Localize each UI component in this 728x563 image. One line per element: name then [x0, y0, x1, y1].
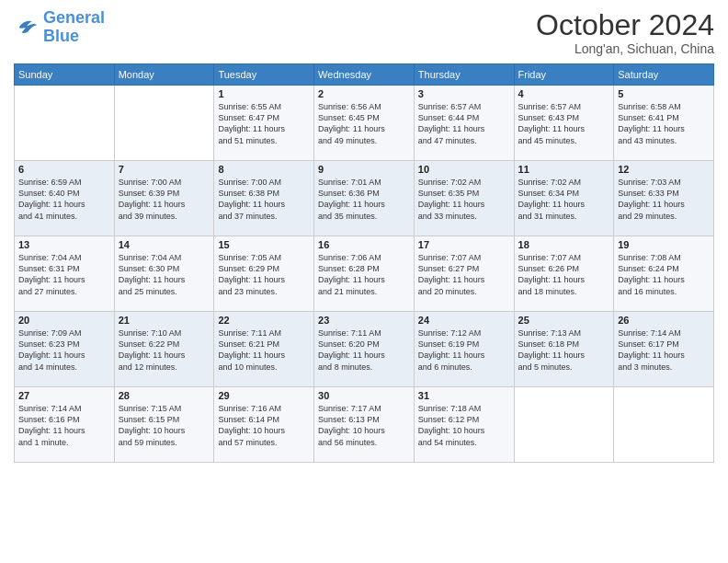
day-number: 2 [318, 88, 410, 99]
logo-icon [14, 15, 40, 40]
calendar-week-3: 20Sunrise: 7:09 AM Sunset: 6:23 PM Dayli… [15, 312, 714, 387]
calendar-cell [15, 86, 115, 161]
day-detail: Sunrise: 7:11 AM Sunset: 6:21 PM Dayligh… [218, 327, 310, 373]
day-detail: Sunrise: 7:12 AM Sunset: 6:19 PM Dayligh… [418, 327, 510, 373]
day-number: 15 [218, 239, 310, 250]
day-number: 6 [18, 164, 110, 175]
calendar-cell: 10Sunrise: 7:02 AM Sunset: 6:35 PM Dayli… [414, 161, 514, 236]
day-detail: Sunrise: 6:57 AM Sunset: 6:44 PM Dayligh… [418, 101, 510, 146]
calendar-cell: 5Sunrise: 6:58 AM Sunset: 6:41 PM Daylig… [614, 86, 714, 161]
calendar-cell: 28Sunrise: 7:15 AM Sunset: 6:15 PM Dayli… [114, 387, 214, 463]
day-number: 19 [618, 239, 710, 250]
calendar-cell: 2Sunrise: 6:56 AM Sunset: 6:45 PM Daylig… [314, 86, 415, 161]
day-detail: Sunrise: 7:14 AM Sunset: 6:17 PM Dayligh… [618, 327, 710, 373]
day-number: 30 [318, 390, 410, 401]
header-wednesday: Wednesday [314, 64, 415, 86]
day-number: 28 [119, 390, 210, 401]
day-detail: Sunrise: 7:14 AM Sunset: 6:16 PM Dayligh… [18, 403, 110, 448]
day-detail: Sunrise: 6:56 AM Sunset: 6:45 PM Dayligh… [318, 101, 410, 146]
calendar-cell: 20Sunrise: 7:09 AM Sunset: 6:23 PM Dayli… [15, 312, 115, 387]
calendar-cell: 16Sunrise: 7:06 AM Sunset: 6:28 PM Dayli… [314, 236, 415, 312]
day-number: 7 [119, 164, 210, 175]
day-detail: Sunrise: 6:57 AM Sunset: 6:43 PM Dayligh… [518, 101, 610, 146]
calendar-cell: 24Sunrise: 7:12 AM Sunset: 6:19 PM Dayli… [414, 312, 514, 387]
calendar-cell: 7Sunrise: 7:00 AM Sunset: 6:39 PM Daylig… [114, 161, 214, 236]
day-number: 31 [418, 390, 510, 401]
title-area: October 2024 Long'an, Sichuan, China [536, 9, 714, 56]
day-number: 21 [119, 315, 210, 326]
day-detail: Sunrise: 7:07 AM Sunset: 6:26 PM Dayligh… [518, 252, 610, 297]
weekday-header-row: Sunday Monday Tuesday Wednesday Thursday… [15, 64, 714, 86]
day-detail: Sunrise: 7:16 AM Sunset: 6:14 PM Dayligh… [218, 403, 310, 448]
day-number: 16 [318, 239, 410, 250]
day-detail: Sunrise: 7:13 AM Sunset: 6:18 PM Dayligh… [518, 327, 610, 373]
day-number: 3 [418, 88, 510, 99]
day-number: 18 [518, 239, 610, 250]
header: General Blue October 2024 Long'an, Sichu… [14, 9, 714, 56]
calendar-cell: 6Sunrise: 6:59 AM Sunset: 6:40 PM Daylig… [15, 161, 115, 236]
day-detail: Sunrise: 7:18 AM Sunset: 6:12 PM Dayligh… [418, 403, 510, 448]
calendar-cell [514, 387, 614, 463]
calendar-cell [614, 387, 714, 463]
day-number: 20 [18, 315, 110, 326]
calendar-cell: 11Sunrise: 7:02 AM Sunset: 6:34 PM Dayli… [514, 161, 614, 236]
calendar-cell: 19Sunrise: 7:08 AM Sunset: 6:24 PM Dayli… [614, 236, 714, 312]
header-tuesday: Tuesday [214, 64, 314, 86]
day-number: 4 [518, 88, 610, 99]
calendar-cell: 21Sunrise: 7:10 AM Sunset: 6:22 PM Dayli… [114, 312, 214, 387]
day-detail: Sunrise: 7:01 AM Sunset: 6:36 PM Dayligh… [318, 177, 410, 222]
header-thursday: Thursday [414, 64, 514, 86]
header-friday: Friday [514, 64, 614, 86]
day-detail: Sunrise: 7:15 AM Sunset: 6:15 PM Dayligh… [119, 403, 210, 448]
day-number: 29 [218, 390, 310, 401]
day-number: 1 [218, 88, 310, 99]
calendar-cell: 8Sunrise: 7:00 AM Sunset: 6:38 PM Daylig… [214, 161, 314, 236]
month-title: October 2024 [536, 9, 714, 41]
day-detail: Sunrise: 7:08 AM Sunset: 6:24 PM Dayligh… [618, 252, 710, 297]
day-number: 10 [418, 164, 510, 175]
day-detail: Sunrise: 7:02 AM Sunset: 6:35 PM Dayligh… [418, 177, 510, 222]
day-number: 5 [618, 88, 710, 99]
day-number: 13 [18, 239, 110, 250]
day-detail: Sunrise: 7:10 AM Sunset: 6:22 PM Dayligh… [119, 327, 210, 373]
day-detail: Sunrise: 7:00 AM Sunset: 6:39 PM Dayligh… [119, 177, 210, 222]
day-detail: Sunrise: 6:55 AM Sunset: 6:47 PM Dayligh… [218, 101, 310, 146]
calendar-cell: 3Sunrise: 6:57 AM Sunset: 6:44 PM Daylig… [414, 86, 514, 161]
calendar-week-4: 27Sunrise: 7:14 AM Sunset: 6:16 PM Dayli… [15, 387, 714, 463]
calendar-cell: 22Sunrise: 7:11 AM Sunset: 6:21 PM Dayli… [214, 312, 314, 387]
calendar-cell: 25Sunrise: 7:13 AM Sunset: 6:18 PM Dayli… [514, 312, 614, 387]
calendar-cell: 31Sunrise: 7:18 AM Sunset: 6:12 PM Dayli… [414, 387, 514, 463]
day-number: 26 [618, 315, 710, 326]
calendar-cell [114, 86, 214, 161]
calendar-cell: 26Sunrise: 7:14 AM Sunset: 6:17 PM Dayli… [614, 312, 714, 387]
calendar-cell: 1Sunrise: 6:55 AM Sunset: 6:47 PM Daylig… [214, 86, 314, 161]
day-detail: Sunrise: 7:04 AM Sunset: 6:30 PM Dayligh… [119, 252, 210, 297]
calendar-week-1: 6Sunrise: 6:59 AM Sunset: 6:40 PM Daylig… [15, 161, 714, 236]
day-detail: Sunrise: 6:59 AM Sunset: 6:40 PM Dayligh… [18, 177, 110, 222]
calendar-cell: 17Sunrise: 7:07 AM Sunset: 6:27 PM Dayli… [414, 236, 514, 312]
calendar-cell: 29Sunrise: 7:16 AM Sunset: 6:14 PM Dayli… [214, 387, 314, 463]
header-saturday: Saturday [614, 64, 714, 86]
calendar-cell: 9Sunrise: 7:01 AM Sunset: 6:36 PM Daylig… [314, 161, 415, 236]
location: Long'an, Sichuan, China [536, 41, 714, 56]
day-number: 12 [618, 164, 710, 175]
day-detail: Sunrise: 7:06 AM Sunset: 6:28 PM Dayligh… [318, 252, 410, 297]
day-number: 14 [119, 239, 210, 250]
day-detail: Sunrise: 7:17 AM Sunset: 6:13 PM Dayligh… [318, 403, 410, 448]
calendar-cell: 14Sunrise: 7:04 AM Sunset: 6:30 PM Dayli… [114, 236, 214, 312]
calendar-cell: 23Sunrise: 7:11 AM Sunset: 6:20 PM Dayli… [314, 312, 415, 387]
day-number: 25 [518, 315, 610, 326]
calendar-week-0: 1Sunrise: 6:55 AM Sunset: 6:47 PM Daylig… [15, 86, 714, 161]
day-detail: Sunrise: 7:05 AM Sunset: 6:29 PM Dayligh… [218, 252, 310, 297]
day-number: 23 [318, 315, 410, 326]
header-sunday: Sunday [15, 64, 115, 86]
calendar-week-2: 13Sunrise: 7:04 AM Sunset: 6:31 PM Dayli… [15, 236, 714, 312]
day-number: 24 [418, 315, 510, 326]
day-number: 27 [18, 390, 110, 401]
logo-text: General Blue [43, 9, 105, 46]
logo: General Blue [14, 9, 105, 46]
day-detail: Sunrise: 7:00 AM Sunset: 6:38 PM Dayligh… [218, 177, 310, 222]
day-detail: Sunrise: 7:07 AM Sunset: 6:27 PM Dayligh… [418, 252, 510, 297]
calendar-cell: 30Sunrise: 7:17 AM Sunset: 6:13 PM Dayli… [314, 387, 415, 463]
day-detail: Sunrise: 7:02 AM Sunset: 6:34 PM Dayligh… [518, 177, 610, 222]
